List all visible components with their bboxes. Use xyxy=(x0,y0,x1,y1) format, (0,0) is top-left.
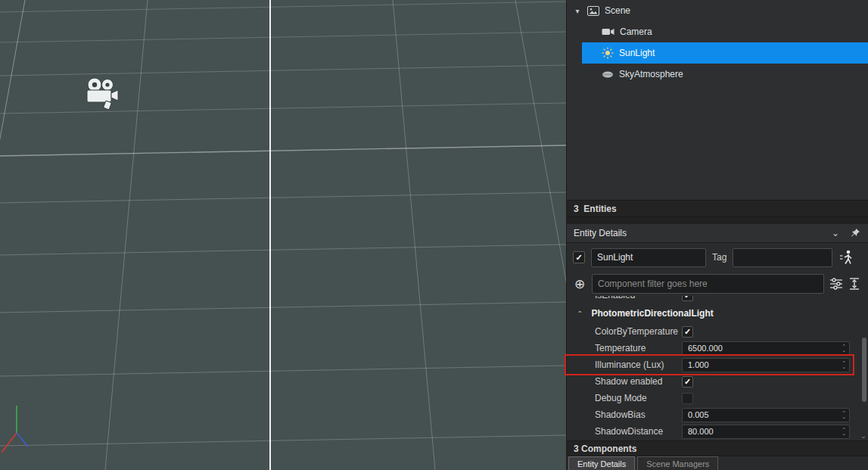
scrollbar-thumb[interactable] xyxy=(862,338,866,402)
entity-name-row: ✓ Tag xyxy=(567,243,868,272)
right-panel: ▾ Scene Camera xyxy=(566,0,868,470)
property-row-shadowdistance: ShadowDistance 80.000 ⌃⌄ xyxy=(567,423,853,440)
add-component-icon[interactable]: ⊕ xyxy=(573,278,586,291)
section-photometricdirectionallight[interactable]: ⌃ PhotometricDirectionalLight xyxy=(567,303,868,323)
bottom-tabs: Entity Details Scene Managers xyxy=(567,456,868,470)
components-count-label: 3 Components xyxy=(574,444,636,454)
spin-value: 6500.000 xyxy=(688,344,842,353)
property-row-isenabled: IsEnabled ✓ xyxy=(567,296,853,303)
property-label: ShadowBias xyxy=(595,409,682,420)
sun-icon xyxy=(602,47,614,59)
property-label: Illuminance (Lux) xyxy=(595,360,682,370)
outliner-item-scene[interactable]: ▾ Scene xyxy=(567,0,868,21)
entity-details-title: Entity Details xyxy=(574,228,627,238)
entities-count-bar: 3 Entities xyxy=(567,200,868,217)
camera-gizmo-icon[interactable] xyxy=(82,76,123,112)
property-row-shadowbias: ShadowBias 0.005 ⌃⌄ xyxy=(567,406,853,423)
illuminance-spinbox[interactable]: 1.000 ⌃⌄ xyxy=(682,358,850,372)
property-row-colorbytemperature: ColorByTemperature ✓ xyxy=(567,323,853,340)
property-row-shadowenabled: Shadow enabled ✓ xyxy=(567,373,853,390)
axis-gizmo[interactable] xyxy=(0,394,45,469)
scene-icon xyxy=(587,6,599,16)
property-label: ColorByTemperature xyxy=(595,326,682,337)
editor-window: ▾ Scene Camera xyxy=(0,0,868,470)
property-label: Temperature xyxy=(595,343,682,353)
components-count-bar: 3 Components xyxy=(567,440,868,456)
shadowbias-spinbox[interactable]: 0.005 ⌃⌄ xyxy=(682,408,850,422)
component-filter-input[interactable] xyxy=(592,274,824,294)
filter-sliders-icon[interactable] xyxy=(829,278,843,290)
shadowdistance-spinbox[interactable]: 80.000 ⌃⌄ xyxy=(682,425,850,439)
pin-icon[interactable] xyxy=(850,228,860,238)
entity-outliner: ▾ Scene Camera xyxy=(567,0,868,200)
spin-value: 0.005 xyxy=(688,410,842,419)
entity-enabled-checkbox[interactable]: ✓ xyxy=(573,251,585,263)
perspective-grid xyxy=(0,0,566,470)
outliner-item-label: Camera xyxy=(620,26,652,37)
camera-icon xyxy=(602,27,614,36)
property-row-debugmode: Debug Mode xyxy=(567,390,853,406)
outliner-item-sunlight[interactable]: SunLight xyxy=(582,42,868,64)
expand-collapse-icon[interactable] xyxy=(848,277,860,291)
tab-scene-managers[interactable]: Scene Managers xyxy=(637,456,718,470)
spin-value: 80.000 xyxy=(688,427,842,436)
debugmode-checkbox[interactable] xyxy=(682,393,693,404)
tag-input[interactable] xyxy=(733,248,832,267)
property-label: Debug Mode xyxy=(595,393,682,403)
panel-divider xyxy=(567,217,868,224)
shadowenabled-checkbox[interactable]: ✓ xyxy=(682,376,693,388)
outliner-item-skyatmosphere[interactable]: SkyAtmosphere xyxy=(567,64,868,85)
entity-details-header: Entity Details ⌄ xyxy=(567,224,868,243)
spin-value: 1.000 xyxy=(688,360,842,369)
colorbytemperature-checkbox[interactable]: ✓ xyxy=(682,326,693,338)
spinner-arrows-icon[interactable]: ⌃⌄ xyxy=(842,411,846,419)
property-label: ShadowDistance xyxy=(595,426,682,437)
section-title: PhotometricDirectionalLight xyxy=(591,308,713,319)
temperature-spinbox[interactable]: 6500.000 ⌃⌄ xyxy=(682,341,850,356)
outliner-item-camera[interactable]: Camera xyxy=(567,21,868,42)
spinner-arrows-icon[interactable]: ⌃⌄ xyxy=(842,344,846,352)
collapse-caret-icon[interactable]: ⌃ xyxy=(577,310,583,318)
outliner-item-label: SunLight xyxy=(619,48,655,58)
tag-label: Tag xyxy=(712,252,726,263)
spinner-arrows-icon[interactable]: ⌃⌄ xyxy=(842,428,846,435)
viewport-3d[interactable] xyxy=(0,0,566,470)
isenabled-checkbox[interactable]: ✓ xyxy=(682,296,693,301)
spinner-arrows-icon[interactable]: ⌃⌄ xyxy=(842,361,846,369)
property-row-temperature: Temperature 6500.000 ⌃⌄ xyxy=(567,340,853,356)
atmosphere-icon xyxy=(602,70,614,79)
outliner-item-label: SkyAtmosphere xyxy=(619,69,683,79)
outliner-item-label: Scene xyxy=(605,5,630,16)
character-icon[interactable] xyxy=(838,249,854,266)
entity-name-input[interactable] xyxy=(591,248,706,267)
tab-entity-details[interactable]: Entity Details xyxy=(568,456,635,470)
chevron-down-icon[interactable]: ⌄ xyxy=(832,228,839,238)
component-filter-row: ⊕ xyxy=(567,272,868,296)
component-properties: IsEnabled ✓ ⌃ PhotometricDirectionalLigh… xyxy=(567,296,868,440)
property-label: Shadow enabled xyxy=(595,376,682,387)
scrollbar-down-icon[interactable]: ⌄ xyxy=(860,432,867,440)
entities-count-label: 3 Entities xyxy=(574,204,617,214)
property-label: IsEnabled xyxy=(595,296,682,300)
expander-icon[interactable]: ▾ xyxy=(573,7,582,15)
property-row-illuminance: Illuminance (Lux) 1.000 ⌃⌄ xyxy=(567,356,853,373)
